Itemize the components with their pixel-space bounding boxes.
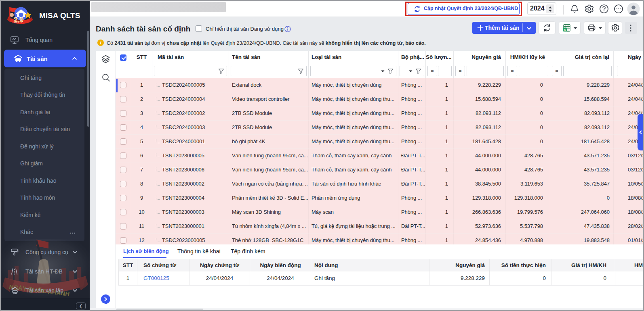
svg-text:x: x — [564, 28, 566, 31]
svg-text:2.9: 2.9 — [14, 16, 23, 24]
